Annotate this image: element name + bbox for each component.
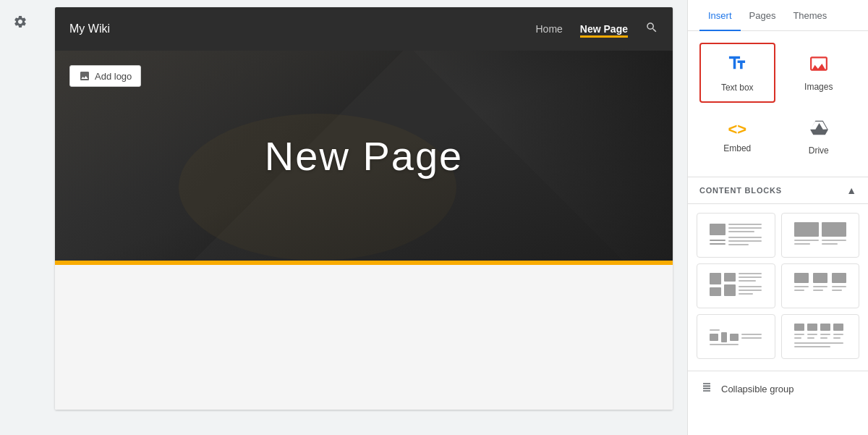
insert-grid: Text box Images <> Embed Drive [688,31,868,177]
svg-rect-46 [794,337,801,339]
svg-rect-18 [724,284,736,296]
page-nav: My Wiki Home New Page [55,7,673,51]
svg-rect-17 [710,287,721,296]
svg-rect-13 [822,240,846,241]
svg-rect-30 [813,286,827,287]
collapsible-label: Collapsible group [721,384,793,394]
insert-images[interactable]: Images [781,43,857,103]
block-item-4[interactable] [781,263,860,308]
svg-rect-27 [832,273,846,283]
insert-embed[interactable]: <> Embed [699,109,775,165]
tab-pages[interactable]: Pages [741,0,785,31]
block-item-2[interactable] [781,213,860,258]
images-label: Images [804,82,833,92]
gear-panel [0,0,41,435]
collapsible-icon [699,380,714,398]
svg-rect-7 [728,240,762,242]
svg-rect-22 [739,286,762,287]
svg-rect-0 [710,224,726,235]
svg-rect-8 [728,244,749,245]
svg-rect-20 [739,276,762,278]
svg-rect-36 [730,334,739,341]
svg-rect-26 [813,273,827,283]
svg-rect-23 [739,290,762,291]
svg-rect-14 [822,243,838,245]
wiki-title: My Wiki [69,22,536,35]
svg-rect-6 [728,237,762,238]
svg-rect-10 [822,222,846,237]
blocks-grid [688,204,868,368]
nav-links: Home New Page [536,20,659,38]
wiki-page: My Wiki Home New Page [55,7,673,410]
svg-rect-44 [833,324,843,331]
content-blocks-header: CONTENT BLOCKS ▲ [688,177,868,204]
page-content [55,265,673,410]
svg-rect-40 [710,344,739,345]
svg-rect-24 [739,293,753,295]
svg-rect-11 [794,240,819,241]
svg-rect-1 [710,240,726,241]
add-logo-label: Add logo [95,71,132,82]
images-icon [809,54,828,77]
svg-rect-19 [739,273,762,274]
banner-page-title: New Page [265,132,463,180]
svg-rect-50 [820,337,827,339]
insert-drive[interactable]: Drive [781,109,857,165]
svg-rect-54 [794,346,830,347]
svg-rect-16 [724,273,736,282]
content-blocks-title: CONTENT BLOCKS [699,186,782,195]
svg-rect-52 [833,337,841,339]
settings-button[interactable] [7,9,33,35]
svg-rect-35 [721,332,727,342]
svg-rect-42 [807,324,817,331]
svg-rect-45 [794,334,804,335]
block-item-3[interactable] [697,263,775,308]
text-box-label: Text box [721,83,754,93]
svg-rect-33 [832,290,842,291]
sidebar-tabs: Insert Pages Themes [688,0,868,31]
svg-rect-47 [807,334,817,335]
add-logo-button[interactable]: Add logo [69,65,141,87]
svg-rect-38 [741,337,762,339]
svg-rect-34 [710,334,718,341]
svg-rect-4 [728,227,762,229]
svg-rect-43 [820,324,830,331]
svg-rect-15 [710,273,721,284]
block-item-1[interactable] [697,213,775,258]
collapse-icon[interactable]: ▲ [846,185,856,196]
block-item-5[interactable] [697,314,775,359]
sidebar: Insert Pages Themes Text box [687,0,868,435]
block-item-6[interactable] [781,314,860,359]
svg-rect-37 [741,334,762,335]
nav-new-page[interactable]: New Page [580,20,628,38]
svg-rect-53 [794,342,843,344]
svg-rect-12 [794,243,810,245]
svg-rect-31 [813,290,823,291]
drive-label: Drive [809,145,829,156]
drive-icon [809,118,828,141]
tab-themes[interactable]: Themes [784,0,835,31]
embed-icon: <> [728,120,746,139]
embed-label: Embed [723,143,751,153]
svg-rect-29 [794,290,804,291]
collapsible-section[interactable]: Collapsible group [688,371,868,407]
page-banner: Add logo New Page [55,51,673,261]
svg-rect-3 [728,224,762,225]
wiki-canvas: My Wiki Home New Page [41,0,687,435]
svg-rect-41 [794,324,804,331]
main-content: My Wiki Home New Page [41,0,687,435]
svg-rect-48 [807,337,814,339]
svg-rect-49 [820,334,830,335]
search-icon[interactable] [645,21,658,38]
svg-rect-25 [794,273,809,283]
svg-rect-32 [832,286,846,287]
text-box-icon [727,53,747,78]
insert-text-box[interactable]: Text box [699,43,775,103]
svg-rect-9 [794,222,819,237]
svg-rect-39 [710,329,720,331]
tab-insert[interactable]: Insert [699,0,741,31]
nav-home[interactable]: Home [536,20,563,38]
svg-rect-5 [728,231,754,232]
svg-rect-51 [833,334,843,335]
svg-rect-28 [794,286,809,287]
